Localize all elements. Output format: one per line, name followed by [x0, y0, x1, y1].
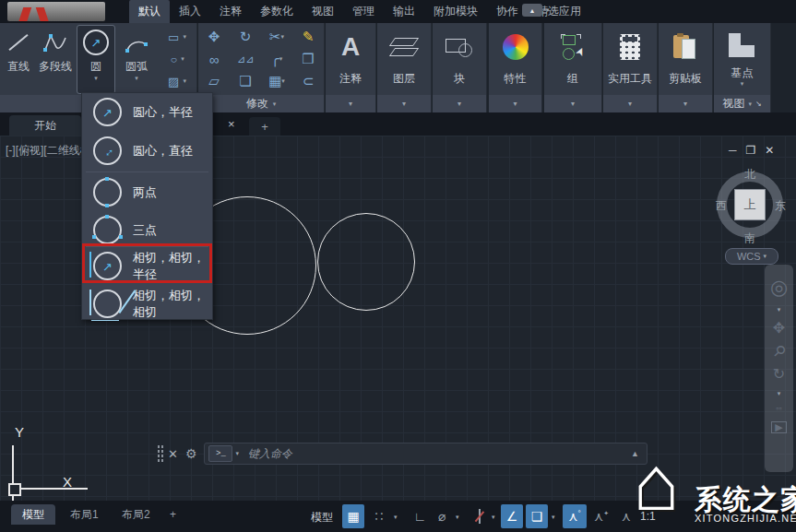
new-layout-button[interactable]: + [162, 504, 184, 525]
close-icon[interactable]: ✕ [765, 144, 774, 157]
model-space-label[interactable]: 模型 [311, 510, 333, 526]
viewcube-west[interactable]: 西 [716, 198, 727, 214]
selection-cycling-toggle[interactable]: ❏ [526, 504, 548, 528]
ribbon-collapse-control[interactable]: ▲ ▾ [522, 4, 550, 17]
fillet-button[interactable]: ╭▾ [261, 48, 292, 70]
viewcube-south[interactable]: 南 [744, 231, 755, 246]
annotation-visibility-toggle[interactable]: ⋏° [563, 504, 587, 528]
command-history-up-icon[interactable]: ▲ [631, 449, 639, 458]
ribbon-tab-annotate[interactable]: 注释 [210, 0, 251, 23]
basepoint-icon[interactable] [714, 25, 770, 65]
panel-launcher-icon[interactable]: ↘ [755, 100, 762, 108]
chevron-down-icon[interactable]: ▾ [714, 80, 770, 88]
annotation-scale-toggle[interactable]: ⋏ [616, 504, 636, 528]
pan-icon[interactable]: ✥ [773, 321, 785, 336]
calculator-icon[interactable] [603, 27, 657, 67]
polar-dropdown-icon[interactable]: ▾ [456, 514, 459, 521]
mirror-button[interactable]: ⊿⊿ [230, 48, 261, 70]
ribbon-tab-output[interactable]: 输出 [384, 0, 424, 23]
snap-toggle[interactable]: ∷ [368, 504, 390, 528]
menu-item-tan-tan-tan[interactable]: 相切，相切，相切 [82, 285, 212, 323]
annotate-panel-strip[interactable]: ▾ [326, 95, 375, 112]
hatch-button[interactable]: ▨▾ [159, 70, 196, 92]
view-panel-strip[interactable]: 视图 ▾ ↘ [714, 95, 770, 112]
zoom-tool-icon[interactable]: ⚲ [770, 342, 789, 361]
chevron-down-icon[interactable]: ▾ [778, 306, 781, 313]
annotation-scale-value[interactable]: 1:1 [640, 510, 656, 523]
arc-button[interactable]: 圆弧 ▾ [118, 26, 155, 93]
menu-item-center-diameter[interactable]: ↔ 圆心，直径 [82, 132, 212, 170]
block-panel-strip[interactable]: ▾ [433, 95, 486, 112]
stretch-button[interactable]: ▱ [198, 70, 230, 92]
drawing-tab-close-icon[interactable]: × [228, 117, 235, 131]
ribbon-tab-parametric[interactable]: 参数化 [251, 0, 303, 23]
properties-panel-strip[interactable]: ▾ [489, 95, 541, 112]
drawn-circle-right[interactable] [317, 213, 415, 311]
model-tab[interactable]: 模型 [11, 504, 55, 525]
clipboard-panel-strip[interactable]: ▾ [659, 95, 712, 112]
line-label: 直线 [7, 59, 30, 75]
layers-panel-strip[interactable]: ▾ [377, 95, 431, 112]
block-icon[interactable] [433, 27, 486, 67]
array-button[interactable]: ▦▾ [261, 70, 292, 92]
ribbon-tab-addins[interactable]: 附加模块 [424, 0, 487, 23]
isodraft-dropdown-icon[interactable]: ▾ [492, 514, 495, 521]
ribbon-tab-default[interactable]: 默认 [129, 0, 170, 23]
snap-dropdown-icon[interactable]: ▾ [394, 514, 398, 521]
copy-button[interactable]: ∞ [198, 48, 230, 70]
restore-icon[interactable]: ❐ [746, 144, 756, 157]
line-button[interactable]: 直线 [2, 26, 35, 93]
ellipse-button[interactable]: ○▾ [159, 48, 196, 70]
menu-item-center-radius[interactable]: ↗ 圆心，半径 [82, 93, 212, 131]
layout1-tab[interactable]: 布局1 [59, 504, 110, 525]
ribbon-tab-view[interactable]: 视图 [303, 0, 343, 23]
annotation-autoscale-toggle[interactable]: ⋏✦ [590, 504, 612, 528]
customize-wrench-icon[interactable]: ⚙ [185, 446, 197, 461]
status-bar: 模型 布局1 布局2 + 模型 ▦ ∷ ▾ ∟ ⌀ ▾ ▾ ∠ ❏ ▾ ⋏° ⋏… [0, 501, 796, 532]
start-tab[interactable]: 开始 [9, 115, 81, 136]
ribbon-tab-insert[interactable]: 插入 [170, 0, 210, 23]
modify-panel-strip[interactable]: 修改 ▾ [198, 95, 324, 112]
move-button[interactable]: ✥ [198, 26, 230, 48]
circle-button[interactable]: ↗ 圆 ▾ [77, 26, 114, 93]
utilities-panel-strip[interactable]: ▾ [603, 95, 657, 112]
command-input-field[interactable]: >_ ▾ 键入命令 ▲ [204, 443, 647, 465]
wcs-dropdown[interactable]: WCS ▾ [725, 248, 778, 265]
chevron-down-icon[interactable]: ▾ [235, 450, 239, 457]
trim-button[interactable]: ✂▾ [261, 26, 292, 48]
isodraft-toggle[interactable] [469, 504, 489, 528]
layers-icon[interactable] [377, 27, 431, 67]
command-bar-grip[interactable] [157, 444, 164, 463]
offset-button[interactable]: ⊂ [292, 70, 324, 92]
text-A-icon[interactable]: A [326, 27, 375, 67]
chevron-down-icon[interactable]: ▾ [778, 390, 781, 396]
layout2-tab[interactable]: 布局2 [111, 504, 161, 525]
osnap-toggle[interactable]: ∠ [501, 504, 523, 528]
rotate-button[interactable]: ↻ [230, 26, 261, 48]
clipboard-icon[interactable] [659, 27, 712, 67]
rectangle-button[interactable]: ▭▾ [159, 26, 196, 48]
ortho-toggle[interactable]: ∟ [410, 504, 430, 528]
color-wheel-icon[interactable] [489, 27, 541, 67]
orbit-icon[interactable]: ↻ [773, 367, 785, 382]
erase-button[interactable]: ✎ [292, 26, 324, 48]
polar-toggle[interactable]: ⌀ [432, 504, 452, 528]
group-icon[interactable]: ➤ [544, 27, 601, 67]
menu-item-two-point[interactable]: 两点 [82, 173, 212, 211]
new-drawing-tab-button[interactable]: + [249, 117, 280, 136]
scale-button[interactable]: ❏ [230, 70, 261, 92]
ribbon-tab-manage[interactable]: 管理 [343, 0, 384, 23]
app-logo-button[interactable] [7, 2, 105, 21]
viewcube-top-face[interactable]: 上 [734, 189, 766, 220]
showmotion-icon[interactable]: ▶ [771, 421, 786, 433]
viewcube-north[interactable]: 北 [744, 167, 755, 183]
group-panel-strip[interactable]: ▾ [544, 95, 601, 112]
viewcube-east[interactable]: 东 [775, 198, 786, 214]
grid-toggle[interactable]: ▦ [342, 504, 364, 528]
navigation-wheel-icon[interactable]: ◎ [770, 278, 788, 298]
explode-button[interactable]: ❒ [292, 48, 324, 70]
minimize-icon[interactable]: ─ [729, 144, 737, 157]
polyline-button[interactable]: 多段线 [35, 26, 76, 93]
command-close-icon[interactable]: ✕ [168, 447, 178, 461]
selection-dropdown-icon[interactable]: ▾ [552, 514, 555, 521]
